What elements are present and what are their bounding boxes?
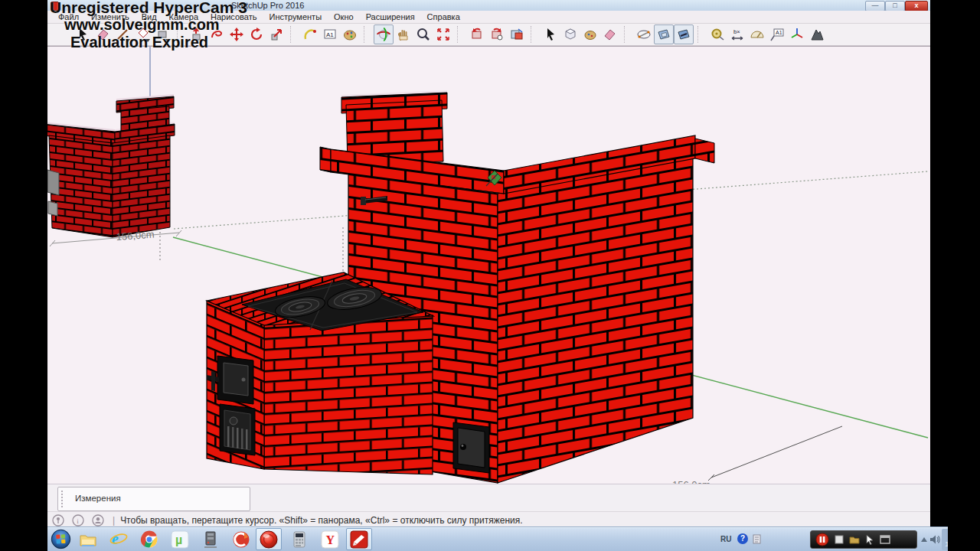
language-indicator[interactable]: RU <box>720 535 731 543</box>
text-label-icon[interactable]: A1 <box>767 24 787 44</box>
paint-bucket-icon[interactable] <box>340 24 360 44</box>
stop-icon[interactable] <box>835 535 844 544</box>
watermark-line-2: www.solveigmm.com <box>64 16 220 34</box>
system-tower-icon[interactable] <box>198 528 224 550</box>
calculator-icon[interactable] <box>286 528 312 550</box>
ash-door[interactable] <box>220 404 255 455</box>
chrome-icon[interactable] <box>136 528 162 550</box>
yandex-browser-icon[interactable]: Y <box>317 528 343 550</box>
tray-grip-handle[interactable] <box>61 491 65 507</box>
watermark-line-3: Evaluation Expired <box>70 34 208 51</box>
eraser-icon-2[interactable] <box>600 24 620 44</box>
cornice-left-end[interactable] <box>320 147 331 172</box>
cleanout-door[interactable] <box>453 422 489 473</box>
zoom-extents-icon[interactable] <box>433 24 453 44</box>
folder-icon[interactable] <box>849 535 860 544</box>
credit-icon[interactable]: i <box>71 514 85 527</box>
ccleaner-icon[interactable] <box>228 528 254 550</box>
section-plane-icon[interactable] <box>634 24 654 44</box>
tape-measure-icon[interactable] <box>707 24 727 44</box>
previous-view-icon[interactable] <box>467 24 487 44</box>
minimize-button[interactable]: — <box>865 1 885 11</box>
start-button[interactable] <box>47 528 74 550</box>
svg-text:b×: b× <box>733 28 740 35</box>
offset-tool-icon[interactable] <box>300 24 320 44</box>
pause-record-icon[interactable] <box>815 533 829 546</box>
cook-front-face[interactable] <box>264 315 433 474</box>
right-pillarbox <box>948 0 980 551</box>
toolbar-separator <box>364 26 371 43</box>
model-viewport[interactable]: 156,0cm <box>47 46 930 484</box>
toolbar-separator <box>531 26 538 43</box>
tray-expand-icon[interactable] <box>920 536 928 543</box>
sketchup-taskbar-icon[interactable] <box>346 528 372 550</box>
rotate-tool-icon[interactable] <box>247 24 266 44</box>
measurements-box[interactable]: Измерения <box>57 487 250 511</box>
small-stove-door[interactable] <box>47 170 59 195</box>
screen: SketchUp Pro 2016 — □ x Файл Изменить Ви… <box>0 0 980 551</box>
taskbar: e µ Y RU ? <box>47 527 948 551</box>
small-body-right-face[interactable] <box>113 135 170 237</box>
model-scene[interactable]: 156,0cm <box>47 47 930 484</box>
hypercam-taskbar-icon[interactable] <box>256 528 282 550</box>
toolbar-separator <box>457 26 465 43</box>
status-hint-text: Чтобы вращать, перетащите курсор. «Shift… <box>120 515 522 526</box>
svg-text:Y: Y <box>326 533 335 546</box>
menu-help[interactable]: Справка <box>421 12 466 21</box>
big-right-face[interactable] <box>498 158 693 483</box>
cooking-block-model[interactable] <box>207 272 433 474</box>
zoom-tool-icon[interactable] <box>413 24 433 44</box>
menu-extensions[interactable]: Расширения <box>360 12 421 21</box>
display-section-planes-icon[interactable] <box>654 24 674 44</box>
orbit-tool-icon[interactable] <box>374 24 394 44</box>
help-tray-icon[interactable]: ? <box>737 533 748 544</box>
paint-icon-2[interactable] <box>580 24 600 44</box>
tray-misc-icon[interactable] <box>753 534 762 545</box>
views-icon[interactable] <box>507 24 527 44</box>
display-section-cuts-icon[interactable] <box>674 24 694 44</box>
move-tool-icon[interactable] <box>227 24 247 44</box>
svg-text:i: i <box>77 517 79 525</box>
dimension-tool-icon[interactable]: b× <box>727 24 747 44</box>
toolbar-separator <box>290 26 298 43</box>
geolocation-icon[interactable] <box>51 514 65 527</box>
watermark-line-1: Unregistered HyperCam 3 <box>50 0 247 17</box>
measurements-label: Измерения <box>75 494 121 503</box>
utorrent-icon[interactable]: µ <box>167 528 193 550</box>
make-component-icon[interactable] <box>560 24 580 44</box>
close-button[interactable]: x <box>905 1 928 11</box>
svg-text:A1: A1 <box>326 31 334 38</box>
measurements-tray-row: Измерения <box>47 484 930 512</box>
axes-tool-icon[interactable] <box>787 24 807 44</box>
status-separator: | <box>113 515 115 526</box>
dimension-left: 156,0cm <box>50 229 181 246</box>
text-tool-icon[interactable]: A1 <box>320 24 340 44</box>
dimension-label-left: 156,0cm <box>116 229 155 243</box>
menu-window[interactable]: Окно <box>328 12 360 21</box>
toolbar-separator <box>697 26 705 43</box>
svg-text:µ: µ <box>175 533 182 546</box>
window-capture-icon[interactable] <box>880 535 890 544</box>
hypercam-control-bar[interactable] <box>810 530 917 549</box>
small-stove-door-lower[interactable] <box>48 201 57 216</box>
cornice-right-end[interactable] <box>695 139 714 163</box>
user-icon[interactable] <box>91 514 105 527</box>
dimension-right: 156,0cm <box>672 426 842 484</box>
desktop-background <box>930 0 948 528</box>
explorer-icon[interactable] <box>75 528 101 550</box>
protractor-icon[interactable] <box>747 24 767 44</box>
svg-text:A1: A1 <box>776 30 782 35</box>
svg-text:e: e <box>112 530 119 547</box>
internet-explorer-icon[interactable]: e <box>106 528 132 550</box>
volume-icon[interactable] <box>929 534 940 545</box>
toolbar-separator <box>624 26 632 43</box>
maximize-button[interactable]: □ <box>885 1 905 11</box>
sandbox-tool-icon[interactable] <box>807 24 827 44</box>
menu-tools[interactable]: Инструменты <box>263 12 328 21</box>
next-view-icon[interactable] <box>487 24 507 44</box>
small-brick-stove-model[interactable] <box>47 94 175 237</box>
scale-tool-icon[interactable] <box>266 24 286 44</box>
pan-tool-icon[interactable] <box>394 24 413 44</box>
select-tool-icon-2[interactable] <box>541 24 560 44</box>
cursor-icon[interactable] <box>865 534 874 545</box>
